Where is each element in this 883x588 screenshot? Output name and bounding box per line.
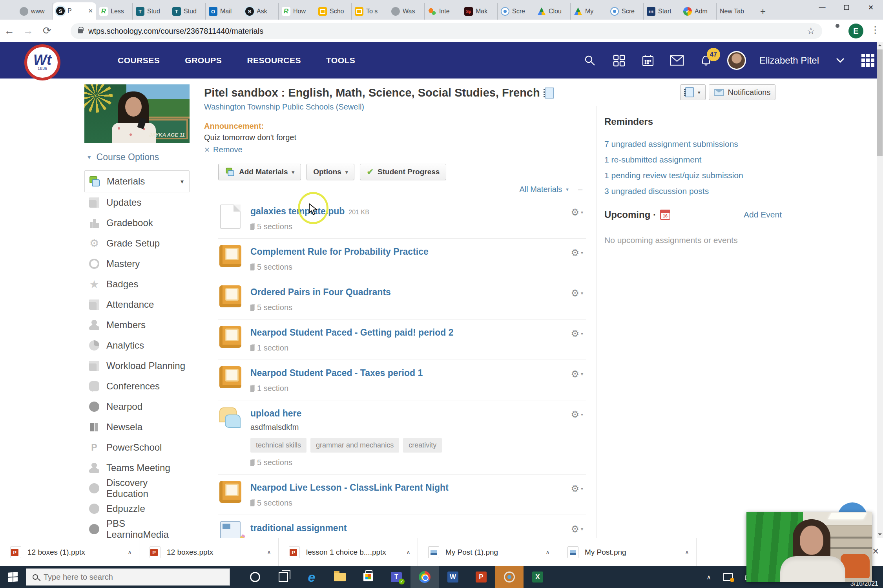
district-logo[interactable]: Wt 1836 [24, 44, 60, 80]
close-window-button[interactable]: ✕ [859, 0, 883, 15]
browser-tab[interactable]: Stud [133, 3, 169, 20]
chevron-up-icon[interactable]: ∧ [406, 549, 410, 556]
gear-menu-button[interactable]: ⚙▾ [571, 207, 583, 218]
material-link[interactable]: upload here [250, 408, 301, 418]
taskbar-search[interactable] [26, 568, 230, 586]
reminder-link[interactable]: 1 re-submitted assignment [604, 155, 782, 164]
browser-menu-icon[interactable]: ⋮ [870, 24, 880, 35]
sidebar-item-updates[interactable]: Updates [84, 192, 190, 213]
sidebar-item-materials[interactable]: Materials▾ [84, 170, 190, 192]
page-scrollbar[interactable] [877, 42, 883, 538]
gear-menu-button[interactable]: ⚙▾ [571, 409, 583, 420]
browser-tab[interactable]: www [16, 3, 53, 20]
refresh-button[interactable]: ⟳ [38, 25, 57, 37]
forward-button[interactable]: → [19, 25, 38, 37]
download-item[interactable]: 12 boxes (1).pptx ∧ [0, 538, 139, 566]
gear-menu-button[interactable]: ⚙▾ [571, 524, 583, 535]
browser-tab[interactable]: Start [644, 3, 680, 20]
calendar-icon[interactable] [640, 53, 656, 68]
sidebar-item-powerschool[interactable]: PowerSchool [84, 437, 190, 458]
sidebar-item-nearpod[interactable]: Nearpod [84, 396, 190, 417]
file-explorer-button[interactable] [326, 566, 354, 588]
gear-menu-button[interactable]: ⚙▾ [571, 369, 583, 380]
download-item[interactable]: lesson 1 choice b....pptx ∧ [279, 538, 418, 566]
nav-courses[interactable]: COURSES [118, 56, 160, 65]
browser-tab[interactable]: Mak [461, 3, 498, 20]
scrollbar-thumb[interactable] [877, 49, 883, 156]
sidebar-item-mastery[interactable]: Mastery [84, 254, 190, 274]
sidebar-item-discovery-education[interactable]: Discovery Education [84, 478, 190, 499]
edge-button[interactable]: e [297, 566, 326, 588]
browser-tab[interactable]: Scre [607, 3, 644, 20]
browser-tab[interactable]: My [571, 3, 607, 20]
sidebar-item-badges[interactable]: Badges [84, 274, 190, 294]
url-text[interactable]: wtps.schoology.com/course/2367811440/mat… [88, 27, 801, 36]
excel-button[interactable]: X [524, 566, 552, 588]
scroll-up-icon[interactable] [877, 42, 883, 49]
search-input[interactable] [44, 573, 223, 582]
browser-tab[interactable]: Was [388, 3, 425, 20]
nav-groups[interactable]: GROUPS [185, 56, 222, 65]
material-link[interactable]: traditional assignment [250, 523, 347, 533]
gear-menu-button[interactable]: ⚙▾ [571, 483, 583, 494]
school-link[interactable]: Washington Township Public Schools (Sewe… [204, 102, 597, 111]
user-name[interactable]: Elizabeth Pitel [759, 55, 819, 66]
options-button[interactable]: Options ▾ [306, 164, 354, 180]
course-book-dropdown-button[interactable]: ▾ [680, 84, 706, 100]
gear-menu-button[interactable]: ⚙▾ [571, 247, 583, 258]
all-materials-dropdown[interactable]: All Materials [519, 185, 562, 194]
grid-2x2-icon[interactable] [611, 53, 627, 68]
material-link[interactable]: Ordered Pairs in Four Quadrants [250, 287, 391, 297]
add-materials-button[interactable]: Add Materials ▾ [218, 164, 301, 180]
scroll-down-icon[interactable] [877, 531, 883, 538]
download-item[interactable]: 12 boxes.pptx ∧ [139, 538, 279, 566]
browser-tab[interactable]: To s [352, 3, 388, 20]
material-link[interactable]: Nearpod Student Paced - Taxes period 1 [250, 368, 423, 378]
browser-tab[interactable]: Adm [680, 3, 717, 20]
sidebar-item-members[interactable]: Members [84, 315, 190, 335]
chevron-up-icon[interactable]: ∧ [267, 549, 271, 556]
remove-announcement-link[interactable]: ✕ Remove [204, 145, 597, 154]
download-item[interactable]: My Post.png ∧ [557, 538, 697, 566]
reminder-link[interactable]: 1 pending review test/quiz submission [604, 171, 782, 180]
sidebar-item-newsela[interactable]: Newsela [84, 417, 190, 437]
browser-tab[interactable]: Scho [315, 3, 352, 20]
browser-tab[interactable]: Mail [206, 3, 242, 20]
powerpoint-button[interactable]: P [467, 566, 495, 588]
sidebar-item-workload-planning[interactable]: Workload Planning [84, 356, 190, 376]
reminder-link[interactable]: 7 ungraded assignment submissions [604, 139, 782, 149]
add-event-link[interactable]: Add Event [744, 210, 782, 219]
teams-button[interactable]: T [382, 566, 410, 588]
word-button[interactable]: W [439, 566, 467, 588]
webcam-overlay[interactable] [746, 512, 872, 582]
browser-tab[interactable]: Less [96, 3, 133, 20]
close-downloads-bar-icon[interactable]: ✕ [872, 546, 879, 557]
course-options-toggle[interactable]: ▾ Course Options [88, 152, 190, 163]
sidebar-item-attendance[interactable]: Attendance [84, 294, 190, 315]
browser-tab[interactable]: Ask [242, 3, 279, 20]
browser-tab[interactable]: How [279, 3, 315, 20]
browser-tab[interactable]: Inte [425, 3, 461, 20]
chrome-button[interactable] [410, 566, 439, 588]
material-link[interactable]: Nearpod Student Paced - Getting paid! pe… [250, 327, 454, 338]
task-view-button[interactable] [269, 566, 297, 588]
cortana-button[interactable] [241, 566, 269, 588]
sidebar-item-edpuzzle[interactable]: Edpuzzle [84, 499, 190, 519]
course-video-thumbnail[interactable]: JAYKA AGE 11 [84, 84, 190, 143]
sidebar-item-analytics[interactable]: Analytics [84, 335, 190, 356]
user-avatar[interactable] [727, 51, 746, 70]
chevron-up-icon[interactable]: ∧ [685, 549, 689, 556]
bookmark-star-icon[interactable]: ☆ [806, 26, 815, 37]
browser-tab[interactable]: Stud [169, 3, 206, 20]
material-link[interactable]: Complement Rule for Probability Practice [250, 247, 429, 257]
sidebar-item-grade-setup[interactable]: Grade Setup [84, 233, 190, 254]
browser-tab[interactable]: Scre [498, 3, 534, 20]
browser-profile-avatar[interactable]: E [848, 24, 863, 38]
sidebar-item-conferences[interactable]: Conferences [84, 376, 190, 396]
nav-tools[interactable]: TOOLS [326, 56, 355, 65]
chevron-down-icon[interactable] [832, 53, 848, 68]
notifications-button[interactable]: Notifications [709, 84, 776, 100]
chevron-up-icon[interactable]: ∧ [545, 549, 550, 556]
sidebar-item-gradebook[interactable]: Gradebook [84, 213, 190, 233]
close-tab-icon[interactable]: ✕ [88, 7, 93, 15]
